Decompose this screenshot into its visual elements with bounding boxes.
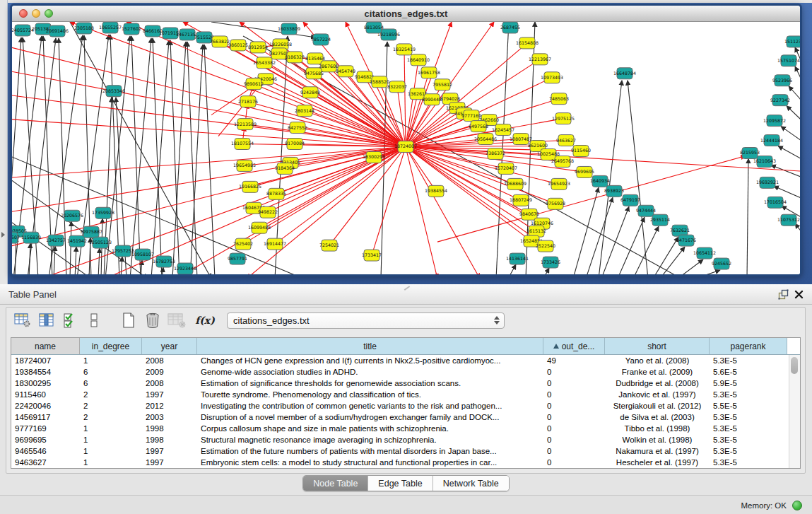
graph-node[interactable]: 18300295 [363, 151, 385, 163]
graph-node[interactable]: 12923448 [174, 263, 196, 274]
tab-node-table[interactable]: Node Table [303, 476, 368, 491]
graph-node[interactable]: 10973493 [541, 72, 563, 83]
graph-node[interactable]: 16033809 [278, 23, 300, 35]
column-header-in_degree[interactable]: in_degree [80, 338, 142, 354]
table-row[interactable]: 2242004622012Investigating the contribut… [11, 400, 800, 411]
network-canvas[interactable]: 1872400724055724205138762069140623051881… [12, 22, 800, 274]
graph-node[interactable]: 16782753 [153, 256, 175, 267]
scrollbar-thumb[interactable] [791, 357, 798, 374]
graph-node[interactable]: 9857791 [228, 253, 247, 264]
graph-node[interactable]: 11075312 [777, 214, 800, 226]
graph-node[interactable]: 7625402 [233, 238, 253, 250]
graph-node[interactable]: 8322037 [387, 81, 407, 93]
graph-node[interactable]: 1527602 [122, 23, 141, 35]
graph-node[interactable]: 8186328 [285, 52, 305, 63]
show-columns-icon[interactable] [36, 311, 57, 329]
graph-node[interactable]: 17359928 [92, 207, 114, 218]
zoom-window-button[interactable] [45, 9, 53, 18]
graph-node[interactable]: 20206576 [61, 210, 83, 221]
clear-selection-icon[interactable] [84, 311, 105, 329]
graph-node[interactable]: 12505123 [89, 237, 112, 248]
graph-node[interactable]: 8938923 [604, 185, 624, 197]
graph-node[interactable]: 18107554 [231, 139, 254, 150]
minimize-window-button[interactable] [32, 9, 40, 18]
graph-node[interactable]: 10654112 [693, 247, 716, 259]
graph-node[interactable]: 2522540 [536, 240, 555, 252]
graph-node[interactable]: 9245652 [712, 258, 731, 269]
graph-node[interactable]: 1733417 [362, 250, 382, 261]
graph-node[interactable]: 14136141 [506, 253, 529, 264]
graph-node[interactable]: 8170084 [285, 139, 305, 150]
graph-node[interactable]: 12095872 [763, 115, 786, 127]
graph-node[interactable]: 8454749 [336, 66, 355, 77]
graph-node[interactable]: 16210643 [753, 156, 776, 167]
tab-network-table[interactable]: Network Table [433, 476, 509, 491]
table-selector-dropdown[interactable]: citations_edges.txt [227, 313, 505, 329]
graph-node[interactable]: 16914477 [264, 238, 286, 250]
graph-node[interactable]: 16543382 [253, 57, 276, 69]
graph-node[interactable]: 7955812 [433, 79, 452, 90]
table-row[interactable]: 977716911998Corpus callosum shape and si… [11, 423, 800, 434]
table-row[interactable]: 1938455462009Genome-wide association stu… [11, 366, 800, 378]
delete-list-icon[interactable] [142, 311, 163, 329]
network-window-titlebar[interactable]: citations_edges.txt [12, 6, 800, 22]
graph-node[interactable]: 9115460 [571, 146, 591, 157]
graph-node[interactable]: 2935114 [650, 214, 670, 226]
graph-node[interactable]: 1511234 [784, 36, 800, 47]
graph-node[interactable]: 2687455 [500, 22, 520, 33]
graph-node[interactable]: 7254021 [319, 240, 339, 251]
graph-node[interactable]: 2718176 [238, 96, 258, 107]
graph-node[interactable]: 18724007 [394, 141, 417, 153]
table-row[interactable]: 946554611997Estimation of the future num… [11, 445, 800, 457]
graph-node[interactable]: 16245457 [492, 124, 514, 136]
table-body[interactable]: 1872400712008Changes of HCN gene express… [11, 355, 800, 468]
graph-node[interactable]: 2803144 [295, 105, 314, 117]
graph-node[interactable]: 12444184 [760, 135, 783, 146]
graph-node[interactable]: 9498222 [258, 206, 278, 218]
graph-node[interactable]: 19654985 [233, 160, 256, 171]
column-header-short[interactable]: short [605, 338, 710, 354]
graph-node[interactable]: 10688609 [504, 178, 526, 189]
table-row[interactable]: 911546021997Tourette syndrome. Phenomeno… [11, 389, 800, 400]
graph-node[interactable]: 18325419 [393, 44, 416, 55]
graph-node[interactable]: 7485063 [549, 93, 569, 105]
graph-node[interactable]: 1640934 [590, 175, 610, 187]
table-row[interactable]: 946362711997Embryonic stem cells: a mode… [11, 457, 800, 468]
graph-node[interactable]: 19384554 [425, 185, 447, 197]
graph-node[interactable]: 30975887 [80, 226, 102, 238]
table-row[interactable]: 1456911722003Disruption of a novel membe… [11, 411, 800, 423]
close-window-button[interactable] [19, 9, 28, 18]
graph-node[interactable]: 19166825 [239, 181, 261, 192]
graph-node[interactable]: 6497568 [469, 121, 488, 132]
close-panel-icon[interactable] [791, 287, 806, 301]
graph-node[interactable]: 7386372 [486, 148, 505, 160]
graph-node[interactable]: 15720407 [495, 163, 517, 174]
column-header-title[interactable]: title [197, 338, 543, 354]
graph-node[interactable]: 24055724 [12, 25, 34, 36]
graph-node[interactable]: 8878335 [266, 188, 286, 199]
float-panel-icon[interactable] [775, 287, 791, 301]
graph-node[interactable]: 2305188 [74, 23, 94, 34]
table-vertical-scrollbar[interactable] [789, 355, 800, 468]
graph-node[interactable]: 20564486 [474, 134, 497, 145]
graph-node[interactable]: 7663822 [210, 36, 230, 47]
graph-node[interactable]: 17016504 [764, 197, 787, 208]
attribute-table[interactable]: namein_degreeyeartitleout_de...shortpage… [11, 337, 801, 469]
graph-node[interactable]: 8912954 [248, 42, 268, 53]
graph-node[interactable]: 20691406 [46, 25, 69, 37]
graph-node[interactable]: 19654923 [548, 178, 570, 189]
graph-node[interactable]: 19692921 [756, 177, 779, 188]
select-all-icon[interactable] [60, 311, 81, 329]
table-options-icon[interactable] [12, 311, 33, 329]
column-header-year[interactable]: year [142, 338, 197, 354]
graph-node[interactable]: 26495768 [551, 156, 574, 167]
graph-node[interactable]: 7857224 [311, 34, 331, 45]
graph-node[interactable]: 9242848 [300, 87, 320, 98]
graph-node[interactable]: 9756928 [546, 198, 565, 209]
graph-node[interactable]: 9699695 [575, 166, 594, 177]
graph-node[interactable]: 12213967 [529, 54, 551, 65]
tab-edge-table[interactable]: Edge Table [368, 476, 433, 491]
graph-node[interactable]: 6479197 [620, 194, 640, 206]
graph-node[interactable]: 12975125 [552, 113, 575, 124]
network-view-window[interactable]: citations_edges.txt 18724007240557242051… [10, 4, 802, 276]
